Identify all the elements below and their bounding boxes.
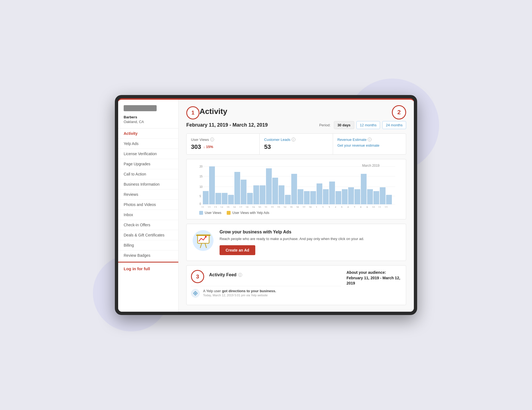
svg-text:6: 6	[347, 206, 349, 208]
svg-text:0: 0	[199, 202, 201, 205]
period-24-months[interactable]: 24 months	[382, 121, 406, 129]
svg-rect-32	[342, 189, 348, 204]
main-content: 1 Activity 2 February 11, 2019 - March 1…	[179, 100, 414, 312]
stat-user-views-change: ↓ 15%	[203, 145, 213, 149]
svg-text:16: 16	[233, 206, 236, 208]
sidebar-item-license-verification[interactable]: License Verification	[118, 149, 178, 159]
svg-rect-39	[386, 195, 392, 204]
svg-text:17: 17	[239, 206, 242, 208]
svg-text:18: 18	[246, 206, 248, 208]
svg-text:9: 9	[366, 206, 368, 208]
sidebar-item-yelp-ads[interactable]: Yelp Ads	[118, 139, 178, 149]
activity-feed-info-icon[interactable]: i	[238, 273, 242, 277]
period-12-months[interactable]: 12 months	[356, 121, 380, 129]
chart-container: March 2019 20 15 10 5 0	[186, 159, 406, 219]
svg-text:15: 15	[199, 175, 203, 178]
svg-rect-10	[203, 191, 209, 204]
svg-rect-21	[272, 178, 278, 204]
sidebar-item-deals-gift-certificates[interactable]: Deals & Gift Certificates	[118, 230, 178, 240]
svg-text:2: 2	[322, 206, 323, 208]
svg-rect-33	[348, 187, 354, 204]
svg-text:24: 24	[284, 206, 286, 208]
svg-rect-16	[241, 180, 246, 204]
svg-text:23: 23	[277, 206, 280, 208]
business-location: Oakland, CA	[118, 120, 178, 128]
activity-item-content: A Yelp user got directions to your busin…	[203, 289, 276, 297]
date-range: February 11, 2019 - March 12, 2019	[186, 122, 268, 128]
svg-text:11: 11	[201, 206, 204, 208]
sidebar-item-checkin-offers[interactable]: Check-in Offers	[118, 220, 178, 230]
chart-month-label: March 2019	[362, 164, 379, 168]
bar-chart: 20 15 10 5 0	[191, 164, 401, 208]
activity-feed: 3 Activity Feed i	[191, 270, 341, 300]
legend-user-views-label: User Views	[205, 211, 221, 215]
user-views-info-icon[interactable]: i	[210, 138, 214, 141]
svg-text:22: 22	[271, 206, 274, 208]
svg-rect-28	[317, 183, 322, 204]
svg-text:12: 12	[208, 206, 210, 208]
legend-user-views-swatch	[199, 211, 203, 215]
activity-feed-title: Activity Feed i	[209, 272, 242, 277]
activity-item-text: A Yelp user got directions to your busin…	[203, 289, 276, 293]
sidebar-item-billing[interactable]: Billing	[118, 240, 178, 250]
screen: Barbers Oakland, CA Activity Yelp Ads Li…	[118, 98, 414, 312]
svg-rect-36	[367, 189, 373, 204]
step-1-circle: 1	[186, 106, 199, 119]
svg-text:4: 4	[335, 206, 336, 208]
promo-description: Reach people who are ready to make a pur…	[220, 236, 400, 242]
activity-item: A Yelp user got directions to your busin…	[191, 286, 341, 300]
stat-user-views-value: 303 ↓ 15%	[191, 143, 255, 150]
step-3-circle: 3	[191, 270, 204, 283]
sidebar-item-reviews[interactable]: Reviews	[118, 189, 178, 200]
revenue-estimate-link[interactable]: Get your revenue estimate	[337, 143, 401, 147]
svg-rect-34	[354, 189, 360, 204]
directions-icon-circle	[191, 289, 200, 298]
svg-text:5: 5	[341, 206, 342, 208]
svg-rect-23	[285, 195, 291, 204]
sidebar: Barbers Oakland, CA Activity Yelp Ads Li…	[118, 100, 179, 312]
svg-text:14: 14	[220, 206, 223, 208]
period-30-days[interactable]: 30 days	[334, 121, 354, 129]
sidebar-item-photos-videos[interactable]: Photos and Videos	[118, 200, 178, 210]
create-ad-button[interactable]: Create an Ad	[220, 245, 255, 255]
svg-text:19: 19	[252, 206, 255, 208]
svg-text:10: 10	[372, 206, 375, 208]
svg-rect-15	[234, 172, 240, 204]
customer-leads-info-icon[interactable]: i	[292, 138, 295, 141]
svg-text:26: 26	[296, 206, 299, 208]
sidebar-login-prompt[interactable]: Log in for full	[118, 262, 178, 275]
sidebar-logo	[124, 105, 157, 111]
period-controls: Period: 30 days 12 months 24 months	[319, 121, 406, 129]
svg-text:27: 27	[303, 206, 305, 208]
svg-text:21: 21	[265, 206, 267, 208]
svg-rect-20	[266, 168, 272, 204]
stat-customer-leads-label: Customer Leads i	[264, 138, 328, 142]
svg-text:8: 8	[360, 206, 361, 208]
promo-icon	[192, 230, 214, 252]
sidebar-item-business-information[interactable]: Business Information	[118, 179, 178, 189]
sidebar-item-activity[interactable]: Activity	[118, 129, 178, 139]
svg-text:15: 15	[227, 206, 229, 208]
sidebar-item-page-upgrades[interactable]: Page Upgrades	[118, 159, 178, 169]
svg-rect-38	[380, 187, 386, 204]
chart-legend: User Views User Views with Yelp Ads	[191, 211, 401, 215]
presentation-icon	[192, 230, 214, 252]
svg-rect-11	[209, 166, 215, 204]
svg-rect-27	[310, 191, 316, 204]
svg-text:20: 20	[199, 165, 203, 168]
svg-text:20: 20	[258, 206, 261, 208]
sidebar-item-inbox[interactable]: Inbox	[118, 210, 178, 220]
business-name: Barbers	[118, 115, 178, 120]
sidebar-item-review-badges[interactable]: Review Badges	[118, 250, 178, 261]
revenue-estimate-info-icon[interactable]: i	[368, 138, 372, 141]
svg-text:3: 3	[328, 206, 330, 208]
svg-rect-22	[279, 185, 284, 204]
page-title: Activity	[199, 107, 227, 116]
promo-title: Grow your business with Yelp Ads	[220, 230, 400, 235]
legend-yelp-ads-label: User Views with Yelp Ads	[232, 211, 269, 215]
svg-text:25: 25	[290, 206, 293, 208]
sidebar-item-call-to-action[interactable]: Call to Action	[118, 169, 178, 179]
directions-icon	[193, 291, 198, 295]
stat-revenue-estimate-label: Revenue Estimate i	[337, 138, 401, 142]
device-frame: Barbers Oakland, CA Activity Yelp Ads Li…	[115, 95, 417, 315]
